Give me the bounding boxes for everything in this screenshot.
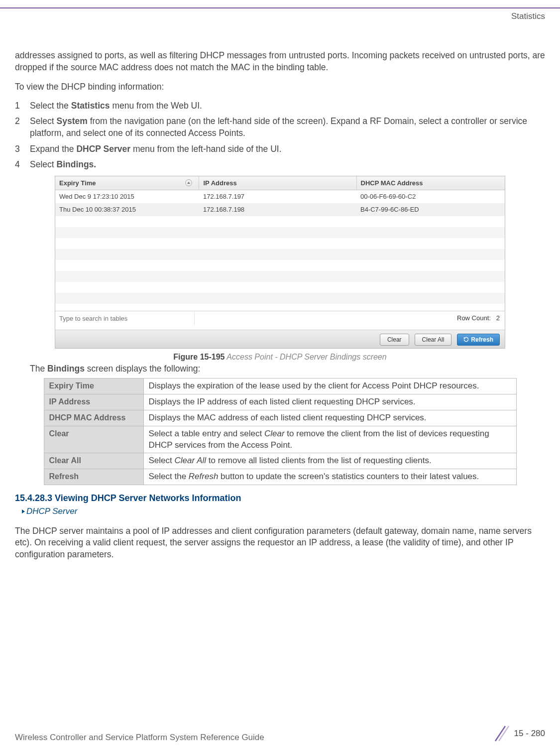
desc-row-clear: Clear Select a table entry and select Cl… <box>44 426 516 453</box>
desc-label: Refresh <box>44 469 143 485</box>
italic-text: Refresh <box>189 472 219 481</box>
refresh-button[interactable]: Refresh <box>457 334 500 346</box>
desc-text: Select a table entry and select Clear to… <box>143 426 516 453</box>
slash-icon <box>490 724 510 744</box>
page-footer: Wireless Controller and Service Platform… <box>15 724 545 744</box>
col-dhcp-mac[interactable]: DHCP MAC Address <box>356 176 505 190</box>
step-text: Expand the <box>30 144 76 154</box>
text: Select the <box>149 472 189 481</box>
desc-label: Expiry Time <box>44 378 143 394</box>
desc-row-clear-all: Clear All Select Clear All to remove all… <box>44 453 516 469</box>
col-ip-address[interactable]: IP Address <box>199 176 356 190</box>
page-header-label: Statistics <box>0 11 545 22</box>
step-text: Select <box>30 159 57 169</box>
bindings-table: Expiry Time IP Address DHCP MAC Address … <box>55 176 505 216</box>
bold-text: Bindings <box>47 364 85 374</box>
cell-ip: 172.168.7.198 <box>199 203 356 216</box>
figure-number: Figure 15-195 <box>173 353 224 361</box>
step-4: Select Bindings. <box>15 159 545 171</box>
step-text: Select the <box>30 101 71 111</box>
menu-statistics: Statistics <box>71 101 110 111</box>
description-table: Expiry Time Displays the expiration of t… <box>44 378 517 486</box>
step-text: from the navigation pane (on the left-ha… <box>30 116 527 138</box>
button-bar: Clear Clear All Refresh <box>55 330 505 348</box>
desc-text: Select Clear All to remove all listed cl… <box>143 453 516 469</box>
row-count-value: 2 <box>496 314 500 322</box>
step-text: Select <box>30 116 57 126</box>
col-expiry-time[interactable]: Expiry Time <box>55 176 199 190</box>
section-paragraph: The DHCP server maintains a pool of IP a… <box>15 525 545 561</box>
desc-text: Displays the expiration of the lease use… <box>143 378 516 394</box>
table-row[interactable]: Wed Dec 9 17:23:10 2015 172.168.7.197 00… <box>55 190 505 203</box>
desc-label: DHCP MAC Address <box>44 410 143 426</box>
desc-label: IP Address <box>44 394 143 410</box>
breadcrumb-arrow-icon <box>22 509 25 513</box>
italic-text: Clear All <box>174 456 206 465</box>
page-number: 15 - 280 <box>514 728 545 740</box>
text: The <box>30 364 47 374</box>
figure-container: Expiry Time IP Address DHCP MAC Address … <box>15 176 545 362</box>
text: screen displays the following: <box>85 364 200 374</box>
desc-row-expiry: Expiry Time Displays the expiration of t… <box>44 378 516 394</box>
cell-mac: B4-C7-99-6C-86-ED <box>356 203 505 216</box>
cell-expiry: Wed Dec 9 17:23:10 2015 <box>55 190 199 203</box>
cell-mac: 00-06-F6-69-60-C2 <box>356 190 505 203</box>
desc-text: Select the Refresh button to update the … <box>143 469 516 485</box>
text: to remove all listed clients from the li… <box>206 456 432 465</box>
page-number-box: 15 - 280 <box>490 724 545 744</box>
step-3: Expand the DHCP Server menu from the lef… <box>15 143 545 155</box>
intro-paragraph: addresses assigned to ports, as well as … <box>15 50 545 73</box>
col-header-label: IP Address <box>203 179 236 187</box>
menu-system: System <box>57 116 88 126</box>
text: button to update the screen's statistics… <box>218 472 479 481</box>
col-header-label: DHCP MAC Address <box>361 179 423 187</box>
refresh-button-label: Refresh <box>471 336 493 343</box>
figure-title: Access Point - DHCP Server Bindings scre… <box>225 353 387 361</box>
table-footer: Row Count: 2 <box>55 311 505 327</box>
italic-text: Clear <box>264 429 285 438</box>
col-header-label: Expiry Time <box>59 179 96 187</box>
refresh-icon <box>463 337 469 342</box>
page-header-rule: Statistics <box>0 7 560 22</box>
bindings-screenshot: Expiry Time IP Address DHCP MAC Address … <box>55 176 505 349</box>
clear-all-button[interactable]: Clear All <box>415 334 452 346</box>
desc-row-ip: IP Address Displays the IP address of ea… <box>44 394 516 410</box>
clear-button[interactable]: Clear <box>380 334 409 346</box>
row-count: Row Count: 2 <box>457 314 500 323</box>
menu-bindings: Bindings. <box>57 159 97 169</box>
menu-dhcp-server: DHCP Server <box>76 144 130 154</box>
footer-title: Wireless Controller and Service Platform… <box>15 732 264 744</box>
row-count-label: Row Count: <box>457 314 491 322</box>
text: Select a table entry and select <box>149 429 264 438</box>
section-heading: 15.4.28.3 Viewing DHCP Server Networks I… <box>15 492 545 504</box>
step-2: Select System from the navigation pane (… <box>15 116 545 139</box>
desc-label: Clear All <box>44 453 143 469</box>
table-empty-area <box>55 216 505 311</box>
step-text: menu from the left-hand side of the UI. <box>130 144 282 154</box>
desc-label: Clear <box>44 426 143 453</box>
lead-in-paragraph: To view the DHCP binding information: <box>15 81 545 93</box>
search-input[interactable] <box>55 312 195 325</box>
table-row[interactable]: Thu Dec 10 00:38:37 2015 172.168.7.198 B… <box>55 203 505 216</box>
step-1: Select the Statistics menu from the Web … <box>15 100 545 112</box>
text: Select <box>149 456 175 465</box>
steps-list: Select the Statistics menu from the Web … <box>15 100 545 171</box>
desc-text: Displays the MAC address of each listed … <box>143 410 516 426</box>
desc-text: Displays the IP address of each listed c… <box>143 394 516 410</box>
breadcrumb: DHCP Server <box>15 506 545 517</box>
figure-caption: Figure 15-195 Access Point - DHCP Server… <box>55 352 505 363</box>
bindings-desc-lead: The Bindings screen displays the followi… <box>15 363 545 375</box>
desc-row-refresh: Refresh Select the Refresh button to upd… <box>44 469 516 485</box>
step-text: menu from the Web UI. <box>110 101 202 111</box>
cell-ip: 172.168.7.197 <box>199 190 356 203</box>
breadcrumb-text[interactable]: DHCP Server <box>26 506 77 516</box>
sort-asc-icon[interactable] <box>185 179 192 186</box>
cell-expiry: Thu Dec 10 00:38:37 2015 <box>55 203 199 216</box>
desc-row-mac: DHCP MAC Address Displays the MAC addres… <box>44 410 516 426</box>
